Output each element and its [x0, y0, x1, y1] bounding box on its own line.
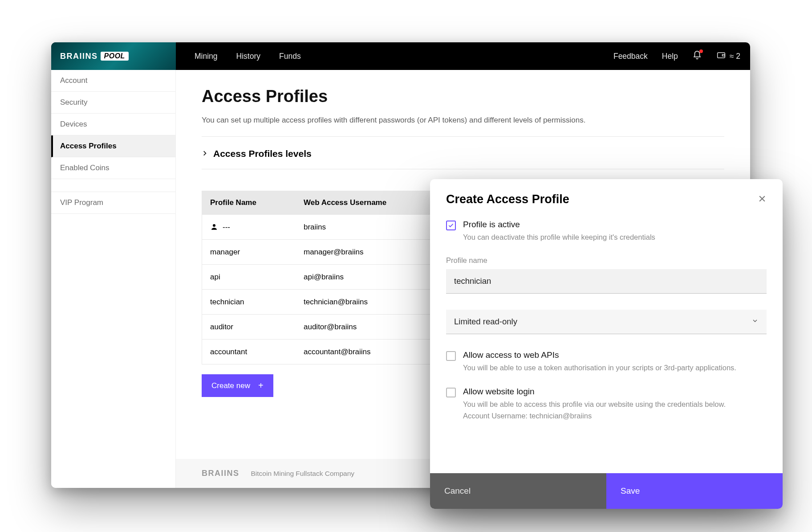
sidebar-item-vip-program[interactable]: VIP Program: [51, 192, 175, 214]
th-profile-name: Profile Name: [202, 191, 296, 214]
allow-web-label: Allow website login: [463, 387, 726, 397]
profile-name-label: Profile name: [446, 256, 767, 265]
allow-web-help-line1: You will be able to access this profile …: [463, 399, 726, 410]
app-header: BRAIINS POOL Mining History Funds Feedba…: [51, 42, 750, 70]
user-icon: [210, 223, 223, 231]
nav-history[interactable]: History: [236, 52, 260, 61]
cell-web-username: accountant@braiins: [296, 340, 434, 364]
chevron-right-icon: [202, 149, 208, 159]
balance-approx: ≈ 2: [730, 52, 740, 61]
nav-mining[interactable]: Mining: [195, 52, 218, 61]
svg-point-2: [213, 224, 215, 227]
profile-name-input[interactable]: [446, 269, 767, 294]
role-select[interactable]: Limited read-only: [446, 310, 767, 334]
create-access-profile-dialog: Create Access Profile Profile is active …: [430, 179, 783, 509]
footer-logo: BRAIINS: [202, 469, 240, 478]
sidebar-item-enabled-coins[interactable]: Enabled Coins: [51, 157, 175, 179]
allow-api-label: Allow access to web APIs: [463, 350, 736, 360]
chevron-down-icon: [751, 317, 759, 327]
notifications-button[interactable]: [692, 50, 702, 62]
plus-icon: +: [258, 381, 264, 391]
footer-tagline: Bitcoin Mining Fullstack Company: [251, 470, 355, 478]
page-description: You can set up multiple access profiles …: [202, 116, 724, 125]
notification-dot-icon: [699, 49, 703, 53]
brand-pill: POOL: [101, 52, 129, 61]
cell-profile-name: auditor: [202, 315, 296, 339]
cell-profile-name: technician: [202, 291, 296, 314]
accordion-access-profile-levels[interactable]: Access Profiles levels: [202, 148, 724, 159]
allow-api-checkbox[interactable]: [446, 351, 456, 361]
role-select-value: Limited read-only: [454, 317, 517, 327]
cell-web-username: manager@braiins: [296, 241, 434, 264]
cell-profile-name: api: [202, 266, 296, 289]
close-icon: [758, 197, 767, 205]
profile-active-help: You can deactivate this profile while ke…: [463, 232, 655, 243]
th-web-username: Web Access Username: [296, 191, 434, 214]
dialog-actions: Cancel Save: [430, 473, 783, 509]
allow-api-help: You will be able to use a token authoris…: [463, 363, 736, 373]
profile-active-label: Profile is active: [463, 220, 655, 229]
sidebar-item-security[interactable]: Security: [51, 92, 175, 114]
sidebar-item-account[interactable]: Account: [51, 70, 175, 92]
allow-web-help-line2: Account Username: technician@braiins: [463, 411, 726, 422]
help-link[interactable]: Help: [662, 52, 678, 61]
feedback-link[interactable]: Feedback: [613, 52, 648, 61]
cell-web-username: api@braiins: [296, 266, 434, 289]
profile-active-checkbox[interactable]: [446, 221, 456, 230]
primary-nav: Mining History Funds: [195, 52, 301, 61]
cell-web-username: auditor@braiins: [296, 315, 434, 339]
cell-profile-name: ---: [202, 216, 296, 239]
svg-rect-0: [717, 53, 725, 58]
save-label: Save: [621, 486, 640, 496]
svg-rect-1: [722, 54, 725, 56]
cell-profile-name: accountant: [202, 340, 296, 364]
dialog-title: Create Access Profile: [446, 192, 569, 206]
cell-web-username: technician@braiins: [296, 291, 434, 314]
cell-profile-name: manager: [202, 241, 296, 264]
nav-funds[interactable]: Funds: [279, 52, 301, 61]
brand-name: BRAIINS: [60, 52, 98, 61]
wallet-balance[interactable]: ≈ 2: [716, 51, 740, 62]
header-right: Feedback Help ≈ 2: [613, 50, 750, 62]
save-button[interactable]: Save: [606, 473, 783, 509]
sidebar-item-access-profiles[interactable]: Access Profiles: [51, 135, 175, 157]
wallet-icon: [716, 51, 726, 62]
sidebar-item-devices[interactable]: Devices: [51, 114, 175, 135]
brand-logo[interactable]: BRAIINS POOL: [51, 42, 176, 70]
create-new-label: Create new: [211, 381, 250, 390]
create-new-button[interactable]: Create new +: [202, 374, 273, 397]
cancel-button[interactable]: Cancel: [430, 473, 606, 509]
cell-web-username: braiins: [296, 216, 434, 239]
dialog-close-button[interactable]: [758, 194, 767, 205]
allow-web-checkbox[interactable]: [446, 388, 456, 397]
sidebar: Account Security Devices Access Profiles…: [51, 70, 176, 488]
page-title: Access Profiles: [202, 87, 724, 106]
cancel-label: Cancel: [444, 486, 471, 496]
accordion-label: Access Profiles levels: [213, 148, 312, 159]
